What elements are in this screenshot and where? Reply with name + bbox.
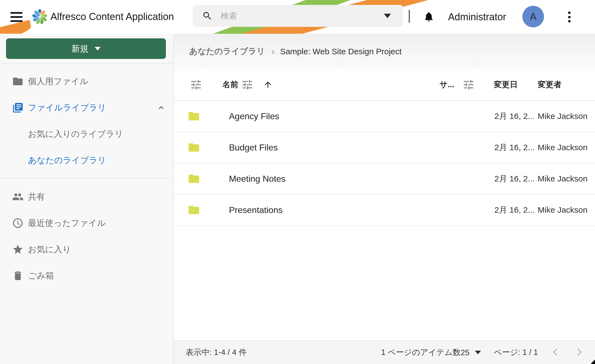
sidebar-item-label: あなたのライブラリ bbox=[28, 155, 106, 166]
items-per-page-label: 1 ページのアイテム数 bbox=[381, 347, 461, 358]
row-modified: 2月 16, 2... bbox=[494, 111, 535, 122]
folder-icon bbox=[188, 141, 200, 154]
topbar: Alfresco Content Application Administrat… bbox=[0, 0, 595, 34]
people-icon bbox=[12, 191, 24, 203]
sidebar-item-personal-files[interactable]: 個人用ファイル bbox=[0, 68, 173, 95]
row-modified-by: Mike Jackson bbox=[538, 143, 588, 152]
decorative-orange-swoosh bbox=[0, 20, 33, 34]
resize-corner bbox=[591, 360, 595, 364]
folder-icon bbox=[188, 204, 200, 216]
sidebar-item-label: ファイルライブラリ bbox=[28, 102, 106, 113]
table-row[interactable]: Meeting Notes 2月 16, 2... Mike Jackson bbox=[174, 163, 595, 195]
alfresco-logo-icon bbox=[32, 8, 48, 24]
sidebar-item-label: お気に入り bbox=[28, 244, 71, 255]
sidebar-item-label: ごみ箱 bbox=[28, 270, 54, 281]
column-header-size[interactable]: サ... bbox=[440, 79, 454, 90]
chevron-down-icon bbox=[95, 47, 101, 50]
topbar-divider bbox=[409, 10, 410, 23]
chevron-up-icon[interactable] bbox=[156, 103, 166, 113]
previous-page-button[interactable] bbox=[550, 347, 561, 359]
more-options-button[interactable] bbox=[566, 12, 572, 22]
app-title: Alfresco Content Application bbox=[50, 11, 174, 22]
showing-range-label: 表示中: 1-4 / 4 件 bbox=[186, 347, 246, 358]
sidebar-item-label: 最近使ったファイル bbox=[28, 217, 106, 229]
sidebar-item-recent-files[interactable]: 最近使ったファイル bbox=[0, 210, 173, 236]
breadcrumb-separator-icon: › bbox=[271, 46, 274, 57]
row-modified-by: Mike Jackson bbox=[538, 205, 588, 215]
row-modified: 2月 16, 2... bbox=[494, 204, 535, 216]
sidebar-item-label: 個人用ファイル bbox=[28, 76, 88, 87]
search-bar[interactable] bbox=[193, 5, 403, 27]
sidebar-item-file-libraries[interactable]: ファイルライブラリ bbox=[0, 95, 173, 121]
row-modified: 2月 16, 2... bbox=[494, 173, 535, 184]
row-name: Budget Files bbox=[229, 143, 278, 153]
sidebar-item-label: 共有 bbox=[28, 191, 45, 203]
breadcrumb-parent[interactable]: あなたのライブラリ bbox=[189, 46, 265, 57]
search-scope-caret-icon[interactable] bbox=[384, 14, 391, 18]
table-row[interactable]: Agency Files 2月 16, 2... Mike Jackson bbox=[174, 101, 595, 132]
row-modified: 2月 16, 2... bbox=[494, 142, 535, 153]
table-row[interactable]: Budget Files 2月 16, 2... Mike Jackson bbox=[174, 132, 595, 163]
new-button-label: 新規 bbox=[72, 43, 89, 55]
row-modified-by: Mike Jackson bbox=[538, 112, 588, 121]
notifications-button[interactable] bbox=[423, 11, 435, 23]
folder-icon bbox=[188, 110, 200, 123]
chevron-left-icon bbox=[550, 347, 561, 358]
items-per-page-value[interactable]: 25 bbox=[461, 348, 469, 357]
sidebar-item-label: お気に入りのライブラリ bbox=[28, 128, 123, 140]
sort-ascending-icon[interactable] bbox=[263, 80, 273, 89]
folder-icon bbox=[12, 76, 24, 87]
sidebar-item-trash[interactable]: ごみ箱 bbox=[0, 263, 173, 289]
filter-tune-icon[interactable] bbox=[462, 78, 475, 91]
hamburger-menu-button[interactable] bbox=[10, 12, 22, 22]
page-indicator: ページ: 1 / 1 bbox=[494, 347, 538, 358]
table-row[interactable]: Presentations 2月 16, 2... Mike Jackson bbox=[174, 195, 595, 226]
chevron-right-icon bbox=[574, 347, 585, 358]
filter-tune-icon[interactable] bbox=[241, 78, 254, 91]
new-button[interactable]: 新規 bbox=[6, 38, 166, 59]
row-name: Agency Files bbox=[229, 111, 279, 121]
sidebar-item-shared[interactable]: 共有 bbox=[0, 184, 173, 210]
sidebar-item-my-libraries[interactable]: あなたのライブラリ bbox=[0, 147, 173, 174]
sidebar-item-favorites[interactable]: お気に入り bbox=[0, 236, 173, 263]
column-header-modified[interactable]: 変更日 bbox=[494, 79, 518, 90]
folder-icon bbox=[188, 172, 200, 185]
filter-tune-icon[interactable] bbox=[190, 78, 202, 91]
row-modified-by: Mike Jackson bbox=[538, 174, 588, 183]
column-header-modified-by[interactable]: 変更者 bbox=[538, 79, 562, 90]
next-page-button[interactable] bbox=[574, 347, 585, 359]
breadcrumb: あなたのライブラリ › Sample: Web Site Design Proj… bbox=[174, 34, 595, 69]
table-body: Agency Files 2月 16, 2... Mike Jackson Bu… bbox=[174, 101, 595, 226]
column-header-name[interactable]: 名前 bbox=[222, 79, 238, 90]
clock-icon bbox=[12, 217, 24, 229]
search-icon bbox=[202, 11, 212, 21]
breadcrumb-current: Sample: Web Site Design Project bbox=[280, 47, 402, 56]
row-name: Meeting Notes bbox=[229, 174, 285, 184]
items-per-page-caret-icon[interactable] bbox=[475, 351, 481, 354]
table-header: 名前 サ... 変更日 変更者 bbox=[174, 69, 595, 101]
avatar[interactable]: A bbox=[522, 6, 544, 27]
library-icon bbox=[12, 102, 24, 113]
document-list: あなたのライブラリ › Sample: Web Site Design Proj… bbox=[174, 34, 595, 364]
alfresco-content-application: Alfresco Content Application Administrat… bbox=[0, 0, 595, 364]
bell-icon bbox=[423, 11, 435, 22]
star-icon bbox=[12, 244, 24, 255]
sidebar: 新規 個人用ファイル ファイルライブラリ お気に入りのライブラリ あなたのライブ… bbox=[0, 34, 174, 364]
sidebar-divider bbox=[0, 178, 173, 178]
trash-icon bbox=[12, 270, 24, 281]
user-name: Administrator bbox=[448, 11, 506, 23]
sidebar-divider bbox=[0, 63, 173, 64]
row-name: Presentations bbox=[229, 205, 283, 215]
sidebar-item-favorite-libraries[interactable]: お気に入りのライブラリ bbox=[0, 121, 173, 147]
search-input[interactable] bbox=[221, 11, 384, 21]
pagination-bar: 表示中: 1-4 / 4 件 1 ページのアイテム数 25 ページ: 1 / 1 bbox=[174, 340, 595, 364]
